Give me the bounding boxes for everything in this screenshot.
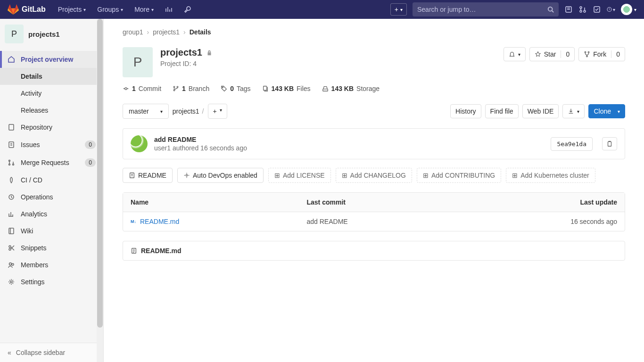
search-input[interactable] [417, 6, 547, 13]
sidebar-item-wiki[interactable]: Wiki [0, 222, 103, 239]
nav-more[interactable]: More▾ [130, 2, 158, 17]
breadcrumb-project[interactable]: projects1 [153, 28, 180, 36]
chip-add-k8s[interactable]: ⊞Add Kubernetes cluster [506, 168, 595, 183]
issues-icon [8, 141, 15, 148]
nav-activity-icon[interactable] [160, 2, 177, 17]
clone-dropdown[interactable]: Clone▾ [588, 104, 625, 118]
file-link[interactable]: M↓README.md [131, 218, 291, 225]
copy-sha-button[interactable] [602, 137, 617, 150]
global-search[interactable] [413, 2, 559, 16]
gitlab-logo[interactable]: GitLab [8, 4, 46, 15]
issues-icon[interactable] [564, 5, 573, 14]
help-icon[interactable]: ?▾ [607, 5, 615, 14]
svg-point-10 [9, 160, 10, 162]
stat-tags[interactable]: 0Tags [221, 85, 250, 92]
sidebar-item-overview[interactable]: Project overview [0, 51, 103, 68]
fork-button[interactable]: Fork0 [578, 47, 625, 61]
lock-icon [206, 49, 213, 56]
readme-panel-header[interactable]: README.md [123, 241, 625, 261]
sidebar-sub-releases[interactable]: Releases [0, 102, 103, 119]
chevron-down-icon: ▾ [160, 109, 163, 114]
chip-add-changelog[interactable]: ⊞Add CHANGELOG [336, 168, 412, 183]
sidebar-item-snippets[interactable]: Snippets [0, 239, 103, 256]
search-icon [547, 6, 554, 13]
svg-point-27 [223, 87, 223, 88]
svg-text:?: ? [609, 8, 611, 11]
gear-icon [183, 172, 190, 179]
chip-autodevops[interactable]: Auto DevOps enabled [177, 168, 264, 183]
user-menu[interactable]: ▾ [621, 4, 636, 15]
chevron-down-icon: ▾ [220, 107, 222, 115]
stat-files[interactable]: 143 KBFiles [262, 85, 311, 92]
svg-point-4 [584, 10, 586, 12]
sidebar-item-merge-requests[interactable]: Merge Requests0 [0, 154, 103, 172]
chip-readme[interactable]: README [123, 168, 173, 183]
notification-dropdown[interactable]: ▾ [504, 47, 526, 61]
markdown-icon: M↓ [131, 219, 136, 224]
stat-commits[interactable]: 1Commit [123, 85, 161, 92]
web-ide-button[interactable]: Web IDE [522, 104, 559, 118]
stat-storage[interactable]: 143 KBStorage [322, 85, 380, 92]
plus-square-icon: ⊞ [423, 172, 429, 179]
user-avatar [621, 4, 632, 15]
add-file-dropdown[interactable]: +▾ [208, 104, 227, 119]
stat-branches[interactable]: 1Branch [173, 85, 209, 92]
ops-icon [8, 193, 15, 201]
new-dropdown[interactable]: +▾ [390, 3, 407, 16]
chevron-down-icon: ▾ [151, 7, 154, 12]
download-icon [568, 108, 574, 115]
sidebar-item-cicd[interactable]: CI / CD [0, 172, 103, 189]
branch-selector[interactable]: master▾ [123, 104, 169, 119]
commit-sha[interactable]: 5ea9e1da [551, 137, 593, 151]
history-button[interactable]: History [450, 104, 481, 118]
merge-requests-icon[interactable] [578, 5, 587, 14]
svg-point-18 [12, 263, 14, 265]
merge-icon [8, 159, 15, 166]
plus-square-icon: ⊞ [512, 172, 518, 179]
nav-groups[interactable]: Groups▾ [92, 2, 128, 17]
sidebar-scrollbar[interactable] [97, 19, 103, 362]
sidebar-item-settings[interactable]: Settings [0, 273, 103, 290]
commit-author-avatar[interactable] [131, 135, 148, 152]
sidebar-item-members[interactable]: Members [0, 256, 103, 273]
table-row[interactable]: M↓README.md add README 16 seconds ago [123, 212, 625, 231]
nav-projects[interactable]: Projects▾ [53, 2, 91, 17]
svg-point-22 [586, 56, 588, 57]
sidebar-item-repository[interactable]: Repository [0, 119, 103, 136]
download-dropdown[interactable]: ▾ [562, 104, 585, 118]
sidebar: P projects1 Project overview Details Act… [0, 19, 104, 362]
sidebar-sub-details[interactable]: Details [0, 68, 103, 85]
sidebar-item-operations[interactable]: Operations [0, 189, 103, 206]
svg-point-25 [173, 90, 175, 91]
chip-add-contributing[interactable]: ⊞Add CONTRIBUTING [417, 168, 501, 183]
star-button[interactable]: Star0 [529, 47, 575, 61]
file-commit[interactable]: add README [299, 212, 454, 231]
doc-icon [129, 172, 135, 179]
gitlab-icon [8, 4, 19, 15]
breadcrumb-group[interactable]: group1 [123, 28, 143, 36]
plus-icon: + [213, 107, 217, 115]
project-stats: 1Commit 1Branch 0Tags 143 KBFiles 143 KB… [123, 85, 625, 92]
sidebar-project-header[interactable]: P projects1 [0, 19, 103, 49]
sidebar-item-analytics[interactable]: Analytics [0, 206, 103, 222]
chevron-down-icon: ▾ [577, 109, 579, 114]
mr-count: 0 [85, 158, 96, 167]
todos-icon[interactable] [593, 5, 601, 14]
sidebar-item-issues[interactable]: Issues0 [0, 136, 103, 154]
chevron-right-icon: › [147, 28, 149, 36]
svg-point-2 [580, 7, 582, 8]
book-icon [8, 227, 15, 235]
commit-title[interactable]: add README [154, 136, 247, 143]
nav-wrench-icon[interactable] [179, 2, 196, 17]
sidebar-sub-activity[interactable]: Activity [0, 85, 103, 102]
chip-add-license[interactable]: ⊞Add LICENSE [268, 168, 331, 183]
find-file-button[interactable]: Find file [485, 104, 519, 118]
disk-icon [322, 85, 329, 92]
chevron-down-icon: ▾ [121, 7, 123, 12]
svg-point-19 [10, 281, 12, 283]
breadcrumb-current: Details [190, 28, 211, 36]
doc-icon [8, 123, 15, 131]
star-count: 0 [561, 50, 570, 58]
collapse-sidebar[interactable]: « Collapse sidebar [0, 343, 103, 362]
svg-rect-14 [9, 228, 14, 234]
